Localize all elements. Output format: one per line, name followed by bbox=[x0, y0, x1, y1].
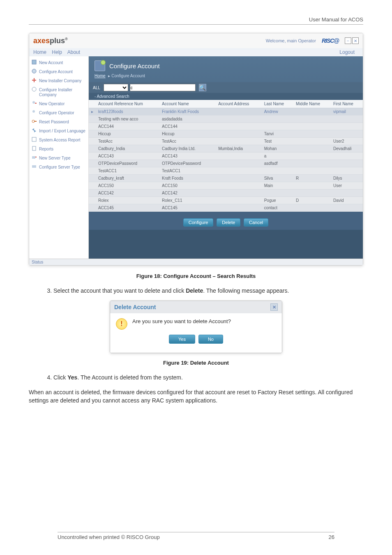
sidebar-item-reports[interactable]: Reports bbox=[31, 145, 87, 154]
wrench-icon bbox=[31, 86, 37, 92]
svg-point-7 bbox=[32, 110, 35, 113]
step-4: Click Yes. The Account is deleted from t… bbox=[53, 374, 363, 381]
table-row[interactable]: Testing with new accoasdadadda bbox=[89, 116, 363, 123]
sidebar-item-newserver[interactable]: New Server Type bbox=[31, 154, 87, 163]
sidebar-item-configureserver[interactable]: Configure Server Type bbox=[31, 163, 87, 172]
app-brand: axesplus® bbox=[33, 37, 68, 45]
key-icon bbox=[31, 118, 37, 124]
svg-rect-11 bbox=[32, 146, 36, 150]
advanced-search-toggle[interactable]: - Advanced Search bbox=[89, 93, 363, 100]
sidebar-item-importexport[interactable]: Import / Export Language bbox=[31, 127, 87, 136]
table-row[interactable]: ACC145ACC145contact bbox=[89, 204, 363, 212]
sidebar-item-accessreport[interactable]: System Access Report bbox=[31, 136, 87, 145]
gear-icon bbox=[31, 68, 37, 74]
plus-icon bbox=[31, 77, 37, 83]
sidebar-item-resetpassword[interactable]: Reset Password bbox=[31, 118, 87, 127]
table-row[interactable]: ▸kraft123foodsFranklin Kraft FoodsAndrew… bbox=[89, 108, 363, 116]
footer-left: Uncontrolled when printed © RISCO Group bbox=[58, 534, 160, 540]
svg-rect-3 bbox=[32, 80, 36, 81]
minimize-icon[interactable]: − bbox=[345, 37, 351, 44]
col-first[interactable]: First Name bbox=[331, 100, 363, 108]
menu-about[interactable]: About bbox=[67, 49, 80, 55]
risco-logo: RISC@ bbox=[322, 37, 339, 44]
table-row[interactable]: RolexRolex_C11PogueDDavid bbox=[89, 197, 363, 204]
main-panel: Configure Account Home ▸ Configure Accou… bbox=[89, 56, 363, 259]
page-number: 26 bbox=[329, 534, 334, 540]
sidebar-item-configureinstaller[interactable]: Configure Installer Company bbox=[31, 86, 87, 99]
sidebar: New Account Configure Account New Instal… bbox=[29, 56, 89, 259]
doc-icon bbox=[31, 146, 37, 151]
close-icon[interactable]: ✕ bbox=[352, 37, 359, 44]
col-last[interactable]: Last Name bbox=[262, 100, 293, 108]
page-icon bbox=[95, 60, 105, 71]
dialog-message: Are you sure you want to delete Account? bbox=[132, 318, 231, 324]
table-row[interactable]: Cadbury_IndiaCadbury India Ltd.Mumbai,In… bbox=[89, 145, 363, 153]
col-ref[interactable]: Account Reference Num bbox=[96, 100, 159, 108]
menu-home[interactable]: Home bbox=[33, 49, 46, 55]
user-plus-icon bbox=[31, 100, 37, 106]
filter-field-select[interactable] bbox=[104, 84, 128, 91]
breadcrumb-home[interactable]: Home bbox=[95, 74, 106, 78]
app-window-configure-account: axesplus® Welcome, main Operator RISC@ −… bbox=[29, 33, 363, 266]
page-title: Configure Account bbox=[109, 62, 160, 69]
sidebar-item-newaccount[interactable]: New Account bbox=[31, 58, 87, 67]
filter-toolbar: ALL 🔍 bbox=[89, 82, 363, 93]
account-icon bbox=[31, 59, 37, 65]
col-name[interactable]: Account Name bbox=[159, 100, 216, 108]
dialog-title: Delete Account bbox=[114, 304, 156, 310]
sidebar-item-newoperator[interactable]: New Operator bbox=[31, 99, 87, 109]
table-row[interactable]: Cadbury_kraftKraft FoodsSilvaRDilys bbox=[89, 175, 363, 182]
dialog-close-icon[interactable]: ✕ bbox=[270, 303, 278, 311]
table-row[interactable]: OTPDevicePasswordOTPDevicePasswordasdfad… bbox=[89, 160, 363, 167]
report-icon bbox=[31, 136, 37, 142]
menubar: Home Help About Logout bbox=[29, 48, 363, 56]
filter-all-label: ALL bbox=[93, 86, 100, 90]
configure-button[interactable]: Configure bbox=[183, 218, 214, 227]
col-mid[interactable]: Middle Name bbox=[293, 100, 331, 108]
body-paragraph: When an account is deleted, the firmware… bbox=[29, 388, 363, 405]
svg-point-5 bbox=[32, 101, 35, 104]
figure-19-caption: Figure 19: Delete Account bbox=[29, 360, 363, 366]
cancel-button[interactable]: Cancel bbox=[244, 218, 268, 227]
table-row[interactable]: HiccupHiccupTanvi bbox=[89, 130, 363, 138]
table-row[interactable]: ACC150ACC150MainUser bbox=[89, 182, 363, 190]
status-bar: Status bbox=[29, 259, 363, 265]
arrows-icon bbox=[31, 127, 37, 133]
filter-input[interactable] bbox=[130, 84, 196, 91]
sidebar-item-configureoperator[interactable]: Configure Operator bbox=[31, 109, 87, 118]
delete-button[interactable]: Delete bbox=[217, 218, 240, 227]
page-header: User Manual for ACOS bbox=[29, 0, 363, 25]
results-table: Account Reference Num Account Name Accou… bbox=[89, 100, 363, 212]
svg-rect-12 bbox=[32, 156, 35, 159]
table-row[interactable]: ACC143ACC143a bbox=[89, 153, 363, 160]
svg-rect-6 bbox=[35, 103, 37, 104]
search-icon[interactable]: 🔍 bbox=[199, 84, 206, 91]
breadcrumb: Home ▸ Configure Account bbox=[95, 74, 357, 78]
delete-account-dialog: Delete Account ✕ ! Are you sure you want… bbox=[110, 301, 282, 353]
menu-logout[interactable]: Logout bbox=[339, 49, 355, 55]
table-row[interactable]: ACC142ACC142 bbox=[89, 190, 363, 197]
svg-rect-14 bbox=[32, 165, 36, 168]
welcome-text: Welcome, main Operator bbox=[266, 38, 316, 43]
svg-point-1 bbox=[32, 69, 36, 73]
figure-18-caption: Figure 18: Configure Account – Search Re… bbox=[29, 273, 363, 279]
table-row[interactable]: TestAccTestAccTestUser2 bbox=[89, 138, 363, 145]
user-gear-icon bbox=[31, 109, 37, 115]
table-row[interactable]: ACC144ACC144 bbox=[89, 123, 363, 130]
svg-rect-0 bbox=[32, 60, 36, 64]
sidebar-item-configureaccount[interactable]: Configure Account bbox=[31, 67, 87, 76]
server-plus-icon bbox=[31, 155, 37, 160]
sidebar-item-newinstaller[interactable]: New Installer Company bbox=[31, 76, 87, 86]
svg-rect-9 bbox=[34, 121, 37, 122]
warning-icon: ! bbox=[116, 318, 127, 330]
server-gear-icon bbox=[31, 164, 37, 169]
menu-help[interactable]: Help bbox=[52, 49, 62, 55]
svg-rect-13 bbox=[35, 157, 37, 157]
svg-rect-10 bbox=[32, 137, 36, 141]
no-button[interactable]: No bbox=[198, 335, 223, 344]
col-addr[interactable]: Account Address bbox=[216, 100, 262, 108]
step-3: Select the account that you want to dele… bbox=[53, 287, 363, 294]
svg-point-4 bbox=[32, 87, 36, 91]
table-row[interactable]: TestACC1TestACC1 bbox=[89, 167, 363, 175]
yes-button[interactable]: Yes bbox=[169, 335, 195, 344]
